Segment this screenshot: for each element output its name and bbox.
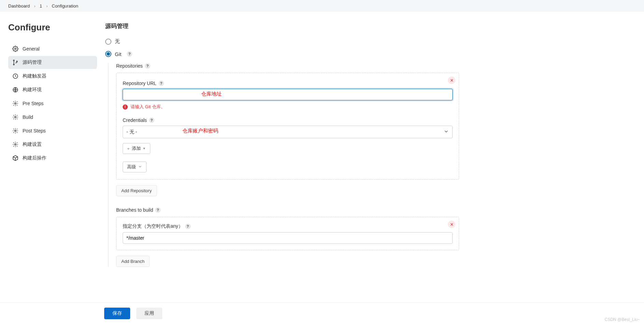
svg-point-9 [15, 144, 16, 145]
branch-specifier-label: 指定分支（为空时代表any） ? [123, 223, 453, 229]
repository-url-label: Repository URL ? [123, 81, 453, 86]
gear-icon [12, 46, 18, 52]
plus-icon: + [127, 146, 130, 151]
add-repository-button[interactable]: Add Repository [116, 185, 157, 196]
svg-point-2 [13, 64, 14, 65]
sidebar-item-label: Pre Steps [23, 101, 43, 106]
scm-option-git[interactable]: Git ? [105, 51, 459, 57]
sidebar-item-label: 源码管理 [23, 59, 42, 66]
sidebar-item-label: 构建环境 [23, 87, 42, 93]
git-branch-icon [12, 59, 18, 66]
delete-repository-button[interactable]: ✕ [448, 76, 455, 84]
svg-point-6 [15, 103, 16, 104]
repository-block: ✕ Repository URL ? 仓库地址 ! 请输入 Git 仓库。 Cr… [116, 73, 459, 180]
sidebar-item-label: 构建后操作 [23, 155, 46, 161]
close-icon: ✕ [450, 222, 454, 227]
credentials-select[interactable]: - 无 - [123, 126, 453, 138]
sidebar-item-pre-steps[interactable]: Pre Steps [8, 97, 97, 110]
sidebar-item-build-env[interactable]: 构建环境 [8, 83, 97, 96]
svg-point-0 [15, 48, 16, 50]
error-icon: ! [123, 104, 128, 110]
svg-point-7 [15, 116, 16, 118]
button-label: 添加 [132, 145, 141, 152]
help-icon[interactable]: ? [127, 51, 132, 57]
clock-icon [12, 73, 18, 79]
sidebar-item-post-build[interactable]: 构建后操作 [8, 152, 97, 165]
chevron-right-icon: › [46, 3, 47, 9]
breadcrumb-item-dashboard[interactable]: Dashboard [8, 3, 30, 9]
repository-url-input[interactable] [123, 89, 453, 100]
globe-icon [12, 87, 18, 93]
repositories-label: Repositories ? [116, 63, 459, 69]
add-branch-button[interactable]: Add Branch [116, 256, 150, 267]
breadcrumb: Dashboard › 1 › Configuration [0, 0, 644, 12]
gear-icon [12, 128, 18, 134]
close-icon: ✕ [450, 78, 454, 83]
button-label: 高级 [127, 164, 136, 170]
repository-url-error: ! 请输入 Git 仓库。 [123, 104, 453, 110]
cube-icon [12, 155, 18, 161]
scm-option-none[interactable]: 无 [105, 38, 459, 45]
chevron-down-icon [138, 165, 142, 170]
svg-point-8 [15, 130, 16, 132]
svg-point-3 [16, 61, 17, 62]
radio-icon[interactable] [105, 51, 111, 57]
sidebar-item-label: Build [23, 114, 33, 120]
breadcrumb-item-configuration[interactable]: Configuration [52, 3, 78, 9]
breadcrumb-item-job[interactable]: 1 [40, 3, 42, 9]
advanced-button[interactable]: 高级 [123, 161, 147, 172]
svg-point-1 [13, 60, 14, 61]
main-content: 源码管理 无 Git ? Repositories ? ✕ Repository… [105, 22, 467, 267]
branches-label: Branches to build ? [116, 207, 459, 213]
error-text: 请输入 Git 仓库。 [131, 104, 165, 110]
caret-down-icon: ▼ [143, 147, 146, 150]
help-icon[interactable]: ? [149, 117, 154, 123]
help-icon[interactable]: ? [185, 224, 191, 229]
add-credentials-button[interactable]: + 添加 ▼ [123, 143, 150, 154]
credentials-label: Credentials ? [123, 117, 453, 123]
credentials-value: - 无 - [126, 129, 137, 135]
chevron-right-icon: › [34, 3, 36, 9]
gear-icon [12, 141, 18, 147]
page-title: Configure [8, 22, 97, 33]
help-icon[interactable]: ? [159, 81, 164, 86]
sidebar-item-label: General [23, 46, 40, 52]
sidebar-item-scm[interactable]: 源码管理 [8, 56, 97, 69]
sidebar-item-build-settings[interactable]: 构建设置 [8, 138, 97, 151]
sidebar-item-general[interactable]: General [8, 42, 97, 55]
help-icon[interactable]: ? [145, 63, 150, 69]
sidebar-item-label: 构建设置 [23, 141, 42, 147]
branch-specifier-input[interactable] [123, 232, 453, 244]
gear-icon [12, 114, 18, 120]
section-title: 源码管理 [105, 22, 459, 30]
sidebar-item-label: 构建触发器 [23, 73, 46, 79]
radio-icon[interactable] [105, 39, 111, 45]
radio-label: 无 [115, 38, 120, 45]
sidebar: Configure General 源码管理 构建触发器 [8, 22, 97, 267]
sidebar-item-post-steps[interactable]: Post Steps [8, 124, 97, 137]
radio-label: Git [115, 51, 121, 57]
help-icon[interactable]: ? [155, 207, 161, 213]
sidebar-item-triggers[interactable]: 构建触发器 [8, 70, 97, 83]
branch-block: ✕ 指定分支（为空时代表any） ? [116, 217, 459, 250]
gear-icon [12, 100, 18, 107]
delete-branch-button[interactable]: ✕ [448, 221, 455, 228]
chevron-down-icon [443, 129, 449, 135]
sidebar-item-build[interactable]: Build [8, 111, 97, 124]
sidebar-item-label: Post Steps [23, 128, 46, 133]
